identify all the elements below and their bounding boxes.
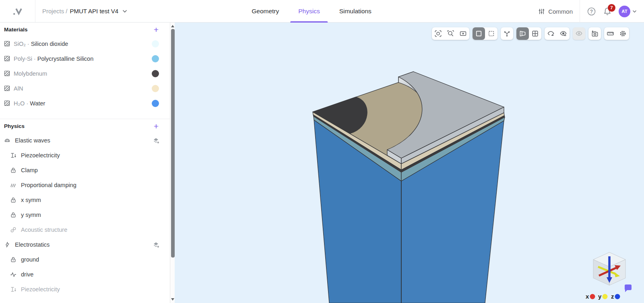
physics-item-drive[interactable]: drive (0, 267, 175, 282)
common-settings-button[interactable]: Common (538, 8, 573, 15)
scroll-down-arrow[interactable] (171, 297, 175, 302)
breadcrumb[interactable]: Projects / PMUT API test V4 (42, 8, 127, 14)
hide-edges-eye-icon (559, 30, 567, 37)
left-sidebar: Materials + SiO₂ · Silicon dioxide Poly-… (0, 23, 175, 303)
physics-item-x-symm[interactable]: x symm (0, 192, 175, 207)
piezo-icon (10, 286, 17, 293)
header-right: Common ? 7 AT (538, 0, 644, 23)
feedback-flag-button[interactable] (625, 284, 632, 292)
material-row-aln[interactable]: AlN (0, 81, 175, 96)
add-material-button[interactable]: + (154, 25, 159, 34)
app-header: Projects / PMUT API test V4 Geometry Phy… (0, 0, 644, 23)
material-hatch-icon (4, 41, 10, 47)
hide-edges-button[interactable] (557, 27, 570, 40)
pulse-icon (10, 271, 17, 278)
materials-title: Materials (4, 27, 28, 33)
material-hatch-icon (4, 56, 10, 62)
tab-physics[interactable]: Physics (289, 0, 329, 23)
tab-simulations[interactable]: Simulations (330, 0, 381, 23)
gizmo-y-label: y (598, 293, 602, 300)
active-tab-underline (290, 21, 328, 23)
3d-viewport[interactable]: x y z (175, 23, 644, 303)
gizmo-x-label: x (586, 293, 589, 300)
physics-item-y-symm[interactable]: y symm (0, 207, 175, 222)
material-row-sio2[interactable]: SiO₂ · Silicon dioxide (0, 36, 175, 51)
sliders-icon (538, 8, 545, 15)
avatar[interactable]: AT (619, 6, 630, 17)
notifications-button[interactable]: 7 (603, 7, 612, 16)
material-hatch-icon (4, 100, 10, 106)
lock-icon (10, 256, 17, 263)
lock-icon (10, 212, 17, 218)
material-color-swatch[interactable] (152, 85, 159, 92)
axes-snap-button[interactable] (501, 27, 513, 40)
physics-title: Physics (4, 123, 25, 129)
box-select-solid-icon (475, 30, 483, 37)
lock-icon (10, 167, 17, 173)
orientation-gizmo[interactable]: x y z (572, 239, 641, 302)
physics-item-acoustic-structure[interactable]: Acoustic structure (0, 222, 175, 237)
gizmo-y-dot (603, 294, 608, 299)
physics-item-clamp[interactable]: Clamp (0, 163, 175, 177)
material-row-molybdenum[interactable]: Molybdenum (0, 66, 175, 81)
hidden-eye-disabled-icon (575, 30, 583, 37)
ruler-icon (607, 30, 614, 37)
viewport-settings-button[interactable] (617, 27, 629, 40)
scroll-up-arrow[interactable] (171, 23, 175, 29)
gizmo-x-dot (590, 294, 595, 299)
physics-item-piezoelectricity-2[interactable]: Piezoelectricity (0, 282, 175, 297)
material-color-swatch[interactable] (152, 40, 159, 47)
zoom-region-button[interactable] (444, 27, 457, 40)
breadcrumb-section: Projects / (42, 8, 68, 14)
gizmo-z-label: z (611, 293, 614, 300)
help-icon: ? (587, 7, 596, 16)
add-layer-icon[interactable] (153, 241, 159, 248)
perspective-view-button[interactable] (516, 27, 529, 40)
app-logo[interactable] (0, 0, 35, 22)
screenshot-button[interactable] (588, 27, 601, 40)
materials-section-header: Materials + (0, 23, 175, 36)
add-physics-button[interactable]: + (154, 122, 159, 130)
piezo-icon (10, 152, 17, 159)
link-icon (10, 227, 17, 233)
physics-section-header: Physics + (0, 119, 175, 133)
main-tabs: Geometry Physics Simulations (242, 0, 381, 23)
box-select-dashed-button[interactable] (485, 27, 497, 40)
add-layer-icon[interactable] (153, 137, 159, 144)
material-color-swatch[interactable] (152, 100, 159, 107)
viewport-toolbar (432, 27, 629, 40)
material-color-swatch[interactable] (152, 70, 159, 77)
material-row-polysi[interactable]: Poly-Si · Polycrystalline Silicon (0, 51, 175, 66)
chevron-down-icon (122, 10, 127, 13)
hide-faces-button[interactable] (545, 27, 557, 40)
hidden-objects-button-disabled (573, 27, 585, 40)
notification-badge: 7 (608, 4, 615, 12)
bolt-icon (4, 241, 10, 248)
perspective-view-icon (519, 30, 526, 37)
physics-item-proportional-damping[interactable]: Proportional damping (0, 177, 175, 192)
chevron-down-icon[interactable] (632, 10, 637, 13)
scrollbar-thumb[interactable] (171, 29, 175, 258)
fit-view-button[interactable] (457, 27, 469, 40)
material-row-h2o[interactable]: H₂O · Water (0, 96, 175, 111)
sidebar-scrollbar[interactable] (170, 23, 175, 303)
measure-button[interactable] (604, 27, 617, 40)
tab-geometry[interactable]: Geometry (242, 0, 289, 23)
physics-item-piezoelectricity[interactable]: Piezoelectricity (0, 148, 175, 163)
quad-view-button[interactable] (529, 27, 541, 40)
quad-view-icon (531, 30, 539, 37)
material-hatch-icon (4, 70, 10, 76)
focus-selection-button[interactable] (432, 27, 444, 40)
help-button[interactable]: ? (587, 7, 596, 16)
box-select-dashed-icon (487, 30, 495, 37)
damping-icon (10, 182, 17, 188)
physics-item-ground[interactable]: ground (0, 252, 175, 267)
brand-logo-icon (12, 7, 23, 16)
elastic-waves-icon (4, 137, 10, 144)
hide-faces-eye-icon (547, 30, 555, 37)
material-color-swatch[interactable] (152, 55, 159, 62)
physics-group-electrostatics[interactable]: Electrostatics (0, 237, 175, 252)
box-select-solid-button[interactable] (473, 27, 485, 40)
physics-group-elastic-waves[interactable]: Elastic waves (0, 133, 175, 148)
breadcrumb-project: PMUT API test V4 (70, 8, 119, 14)
